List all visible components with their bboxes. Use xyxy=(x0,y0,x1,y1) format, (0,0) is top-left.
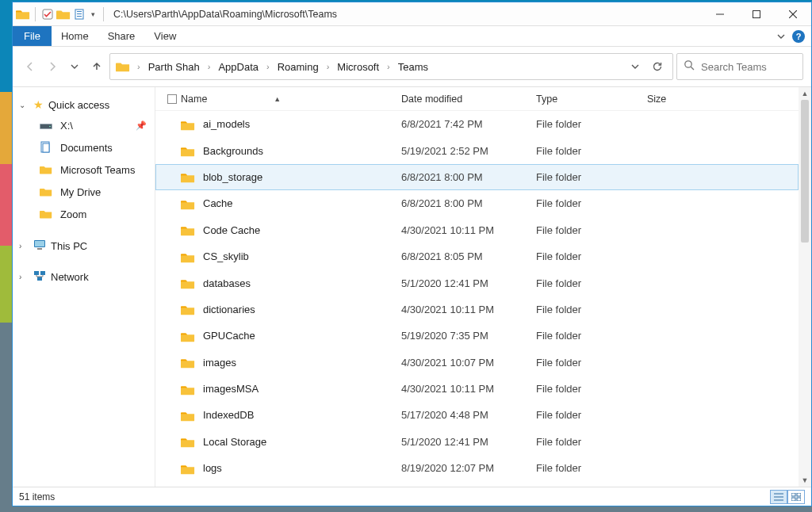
scroll-track[interactable] xyxy=(799,100,811,474)
table-row[interactable]: Local Storage5/1/2020 12:41 PMFile folde… xyxy=(155,429,799,455)
maximize-button[interactable] xyxy=(738,2,775,26)
file-type: File folder xyxy=(536,462,647,474)
svg-rect-6 xyxy=(753,10,760,17)
table-row[interactable]: logs8/19/2020 12:07 PMFile folder xyxy=(155,455,799,481)
sidebar-item-mydrive[interactable]: My Drive xyxy=(13,181,155,203)
table-row[interactable]: images4/30/2021 10:07 PMFile folder xyxy=(155,350,799,376)
table-row[interactable]: blob_storage6/8/2021 8:00 PMFile folder xyxy=(155,164,799,190)
help-icon[interactable]: ? xyxy=(792,30,805,43)
file-name: IndexedDB xyxy=(203,409,254,421)
sidebar-item-documents[interactable]: Documents xyxy=(13,136,155,159)
file-type: File folder xyxy=(536,145,647,157)
breadcrumb-segment[interactable]: Microsoft xyxy=(335,61,381,73)
content-area: Name▲ Date modified Type Size ai_models6… xyxy=(155,87,811,487)
chevron-right-icon[interactable]: › xyxy=(262,62,274,71)
address-bar[interactable]: › Parth Shah › AppData › Roaming › Micro… xyxy=(109,53,673,80)
nav-back-button[interactable] xyxy=(21,55,40,78)
menu-home[interactable]: Home xyxy=(52,26,98,46)
nav-up-button[interactable] xyxy=(87,55,106,78)
sidebar-item-label: Zoom xyxy=(60,208,86,220)
sidebar-item-zoom[interactable]: Zoom xyxy=(13,203,155,225)
sort-asc-icon: ▲ xyxy=(274,95,281,103)
table-row[interactable]: imagesMSA4/30/2021 10:11 PMFile folder xyxy=(155,376,799,402)
chevron-down-icon: ⌄ xyxy=(19,101,29,109)
table-row[interactable]: Code Cache4/30/2021 10:11 PMFile folder xyxy=(155,217,799,243)
table-row[interactable]: IndexedDB5/17/2020 4:48 PMFile folder xyxy=(155,402,799,428)
qat-checkbox-icon[interactable] xyxy=(40,7,55,21)
ribbon-expand-icon[interactable] xyxy=(776,32,786,41)
file-date: 4/30/2021 10:11 PM xyxy=(401,304,536,315)
sidebar-network[interactable]: › Network xyxy=(13,267,155,287)
file-name: Backgrounds xyxy=(203,145,263,157)
breadcrumb-segment[interactable]: Parth Shah xyxy=(147,61,201,73)
column-type[interactable]: Type xyxy=(536,94,647,105)
qat-dropdown-icon[interactable]: ▾ xyxy=(88,10,98,18)
file-type: File folder xyxy=(536,118,647,130)
sidebar-item-label: Documents xyxy=(60,142,113,154)
scroll-thumb[interactable] xyxy=(801,100,809,243)
chevron-right-icon[interactable]: › xyxy=(382,62,395,71)
sidebar-quick-access-label: Quick access xyxy=(48,99,109,111)
nav-forward-button[interactable] xyxy=(43,55,62,78)
folder-icon xyxy=(181,463,195,474)
file-date: 6/8/2021 8:00 PM xyxy=(401,171,536,183)
scroll-up-icon[interactable]: ▲ xyxy=(799,87,811,100)
chevron-right-icon[interactable]: › xyxy=(203,62,216,71)
search-input[interactable] xyxy=(701,61,796,73)
menu-file[interactable]: File xyxy=(13,26,52,46)
sidebar-item-label: X:\ xyxy=(60,120,73,132)
column-size[interactable]: Size xyxy=(647,94,726,105)
close-button[interactable] xyxy=(775,2,811,26)
address-dropdown-icon[interactable] xyxy=(625,56,645,77)
table-row[interactable]: ai_models6/8/2021 7:42 PMFile folder xyxy=(155,111,799,137)
folder-icon xyxy=(181,304,195,315)
folder-icon xyxy=(181,436,195,447)
minimize-button[interactable] xyxy=(702,2,738,26)
details-view-button[interactable] xyxy=(770,490,787,504)
folder-icon xyxy=(181,145,195,156)
table-row[interactable]: Cache6/8/2021 8:00 PMFile folder xyxy=(155,190,799,216)
file-list: Name▲ Date modified Type Size ai_models6… xyxy=(155,87,799,487)
scroll-down-icon[interactable]: ▼ xyxy=(799,474,811,487)
table-row[interactable]: databases5/1/2020 12:41 PMFile folder xyxy=(155,269,799,296)
breadcrumb-segment[interactable]: Roaming xyxy=(276,61,320,73)
sidebar-item-teams[interactable]: Microsoft Teams xyxy=(13,159,155,181)
qat-folder-icon[interactable] xyxy=(56,7,71,21)
sidebar-quick-access[interactable]: ⌄ ★ Quick access xyxy=(13,95,155,114)
folder-icon xyxy=(181,171,195,182)
select-all-checkbox[interactable] xyxy=(163,94,181,104)
navigation-bar: › Parth Shah › AppData › Roaming › Micro… xyxy=(13,47,811,86)
menu-share[interactable]: Share xyxy=(98,26,145,46)
status-item-count: 51 items xyxy=(19,491,55,502)
sidebar-item-xdrive[interactable]: X:\ 📌 xyxy=(13,114,155,136)
chevron-right-icon[interactable]: › xyxy=(132,62,145,71)
folder-icon xyxy=(181,384,195,395)
table-row[interactable]: Backgrounds5/19/2021 2:52 PMFile folder xyxy=(155,137,799,163)
file-date: 5/17/2020 4:48 PM xyxy=(401,409,536,421)
column-name[interactable]: Name▲ xyxy=(181,94,401,105)
qat-separator xyxy=(35,7,36,21)
refresh-button[interactable] xyxy=(647,56,668,77)
network-icon xyxy=(33,270,46,284)
breadcrumb-segment[interactable]: AppData xyxy=(216,61,260,73)
qat-properties-icon[interactable] xyxy=(72,7,86,21)
table-row[interactable]: GPUCache5/19/2020 7:35 PMFile folder xyxy=(155,323,799,349)
thumbnails-view-button[interactable] xyxy=(787,490,805,504)
search-box[interactable] xyxy=(676,53,803,80)
menu-view[interactable]: View xyxy=(144,26,186,46)
nav-recent-dropdown[interactable] xyxy=(65,55,84,78)
qat-separator-2 xyxy=(103,7,104,21)
ribbon-tabs: File Home Share View ? xyxy=(13,26,811,47)
breadcrumb-segment[interactable]: Teams xyxy=(396,61,430,73)
vertical-scrollbar[interactable]: ▲ ▼ xyxy=(799,87,811,487)
explorer-body: ⌄ ★ Quick access X:\ 📌 Documents Microso… xyxy=(13,86,811,487)
svg-point-13 xyxy=(49,126,51,128)
chevron-right-icon[interactable]: › xyxy=(322,62,335,71)
file-name: GPUCache xyxy=(203,330,255,342)
file-date: 5/1/2020 12:41 PM xyxy=(401,277,536,289)
column-date[interactable]: Date modified xyxy=(401,94,536,105)
sidebar-this-pc[interactable]: › This PC xyxy=(13,236,155,256)
table-row[interactable]: CS_skylib6/8/2021 8:05 PMFile folder xyxy=(155,243,799,269)
quick-access-toolbar: ▾ xyxy=(13,7,107,21)
table-row[interactable]: dictionaries4/30/2021 10:11 PMFile folde… xyxy=(155,296,799,323)
